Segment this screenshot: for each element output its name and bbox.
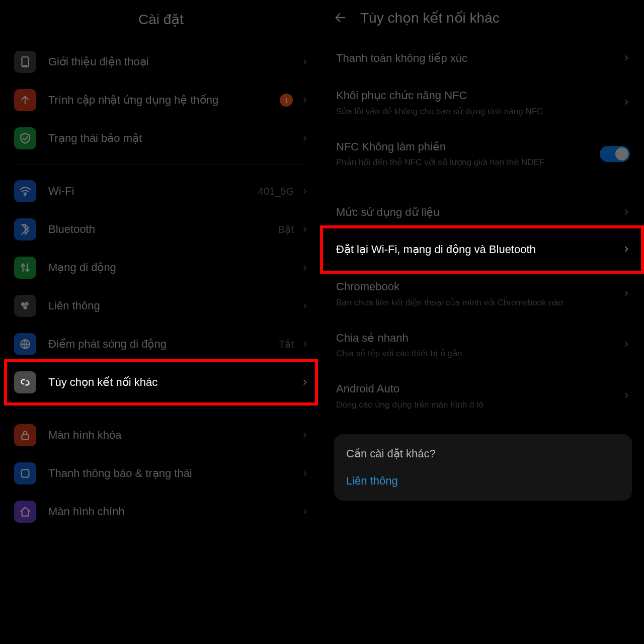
- arrow-up-icon: [14, 89, 36, 111]
- dots-icon: [14, 295, 36, 317]
- option-reset[interactable]: Đặt lại Wi-Fi, mạng di động và Bluetooth: [332, 231, 634, 269]
- svg-point-3: [22, 303, 24, 305]
- label: Mạng di động: [48, 260, 301, 275]
- chevron-right-icon: [623, 287, 630, 301]
- label: Giới thiệu điện thoại: [48, 54, 301, 69]
- title: Thanh toán không tiếp xúc: [336, 51, 615, 66]
- label: Màn hình khóa: [48, 428, 301, 443]
- settings-list: Giới thiệu điện thoạiTrình cập nhật ứng …: [10, 43, 312, 531]
- subtitle: Dùng các ứng dụng trên màn hình ô tô: [336, 399, 615, 411]
- chevron-right-icon: [301, 261, 309, 275]
- label: Trình cập nhật ứng dụng hệ thống: [48, 93, 280, 108]
- title: Chromebook: [336, 280, 615, 294]
- chevron-right-icon: [301, 337, 309, 351]
- svg-rect-7: [22, 435, 29, 440]
- chevron-right-icon: [623, 243, 630, 257]
- chevron-right-icon: [301, 131, 309, 145]
- chevron-right-icon: [301, 375, 309, 389]
- title: NFC Không làm phiền: [336, 140, 592, 154]
- chevron-right-icon: [301, 505, 309, 519]
- settings-pane: Cài đặt Giới thiệu điện thoạiTrình cập n…: [0, 0, 322, 644]
- setting-about[interactable]: Giới thiệu điện thoại: [10, 43, 312, 81]
- label: Tùy chọn kết nối khác: [48, 375, 301, 390]
- label: Màn hình chính: [48, 504, 301, 519]
- setting-updater[interactable]: Trình cập nhật ứng dụng hệ thống1: [10, 81, 312, 119]
- tip-link-interconnect[interactable]: Liên thông: [346, 474, 620, 488]
- chevron-right-icon: [623, 96, 630, 110]
- title: Khôi phục chức năng NFC: [336, 89, 615, 103]
- option-auto[interactable]: Android AutoDùng các ứng dụng trên màn h…: [332, 371, 634, 422]
- setting-wifi[interactable]: Wi-Fi401_5G: [10, 172, 312, 210]
- value: 401_5G: [258, 186, 294, 197]
- tip-card: Cần cài đặt khác? Liên thông: [334, 434, 632, 501]
- setting-mobile[interactable]: Mạng di động: [10, 249, 312, 287]
- wifi-icon: [14, 180, 36, 202]
- tip-question: Cần cài đặt khác?: [346, 447, 620, 460]
- title: Mức sử dụng dữ liệu: [336, 205, 615, 220]
- option-data-usage[interactable]: Mức sử dụng dữ liệu: [332, 194, 634, 231]
- title: Android Auto: [336, 382, 615, 396]
- setting-lockscreen[interactable]: Màn hình khóa: [10, 416, 312, 454]
- subtitle: Phản hồi đến thẻ NFC với số lượng giới h…: [336, 157, 592, 169]
- subtitle: Sửa lỗi vấn đề không cho bạn sử dụng tín…: [336, 106, 615, 118]
- chevron-right-icon: [301, 55, 309, 69]
- chevron-right-icon: [623, 52, 630, 66]
- other-connections-list: Thanh toán không tiếp xúcKhôi phục chức …: [332, 40, 634, 422]
- chevron-right-icon: [301, 222, 309, 236]
- data-icon: [14, 257, 36, 279]
- home-icon: [14, 501, 36, 523]
- option-nfc-restore[interactable]: Khôi phục chức năng NFCSửa lỗi vấn đề kh…: [332, 77, 634, 129]
- svg-point-5: [24, 306, 26, 309]
- badge: 1: [280, 94, 293, 107]
- divider: [14, 409, 308, 409]
- value: Bật: [278, 223, 294, 235]
- chevron-right-icon: [623, 338, 630, 352]
- setting-notif[interactable]: Thanh thông báo & trạng thái: [10, 454, 312, 493]
- label: Trạng thái bảo mật: [48, 131, 301, 146]
- setting-home[interactable]: Màn hình chính: [10, 493, 312, 531]
- setting-bluetooth[interactable]: BluetoothBật: [10, 210, 312, 249]
- setting-other-conn[interactable]: Tùy chọn kết nối khác: [10, 363, 312, 401]
- option-nfc-dnd[interactable]: NFC Không làm phiềnPhản hồi đến thẻ NFC …: [332, 129, 634, 180]
- divider: [336, 187, 630, 187]
- subtitle: Bạn chưa liên kết điện thoại của mình vớ…: [336, 297, 615, 309]
- chevron-right-icon: [623, 389, 630, 404]
- label: Bluetooth: [48, 222, 278, 237]
- square-icon: [14, 462, 36, 485]
- setting-hotspot[interactable]: Điểm phát sóng di độngTắt: [10, 325, 312, 363]
- page-title-left: Cài đặt: [10, 0, 312, 43]
- setting-security[interactable]: Trạng thái bảo mật: [10, 119, 312, 157]
- label: Wi-Fi: [48, 184, 258, 199]
- chevron-right-icon: [301, 299, 309, 313]
- chain-icon: [14, 371, 36, 393]
- label: Điểm phát sóng di động: [48, 337, 279, 352]
- chevron-right-icon: [301, 93, 309, 107]
- chevron-right-icon: [301, 428, 309, 442]
- other-connections-pane: Tùy chọn kết nối khác Thanh toán không t…: [322, 0, 644, 644]
- chevron-right-icon: [301, 184, 309, 198]
- svg-point-4: [26, 302, 28, 305]
- label: Liên thông: [48, 298, 301, 313]
- value: Tắt: [279, 338, 294, 350]
- subtitle: Chia sẻ tệp với các thiết bị ở gần: [336, 348, 615, 360]
- chevron-right-icon: [301, 466, 309, 480]
- title: Chia sẻ nhanh: [336, 331, 615, 346]
- chevron-right-icon: [623, 206, 630, 220]
- option-nearby[interactable]: Chia sẻ nhanhChia sẻ tệp với các thiết b…: [332, 320, 634, 371]
- setting-interconnect[interactable]: Liên thông: [10, 287, 312, 325]
- shield-icon: [14, 127, 36, 149]
- back-button[interactable]: [332, 9, 349, 26]
- link-icon: [14, 333, 36, 355]
- page-title-right: Tùy chọn kết nối khác: [360, 10, 500, 26]
- option-chromebook[interactable]: ChromebookBạn chưa liên kết điện thoại c…: [332, 269, 634, 320]
- toggle[interactable]: [600, 146, 630, 162]
- svg-point-2: [25, 195, 26, 196]
- lock-icon: [14, 424, 36, 446]
- divider: [14, 165, 308, 165]
- title: Đặt lại Wi-Fi, mạng di động và Bluetooth: [336, 243, 615, 257]
- phone-icon: [14, 51, 36, 73]
- svg-rect-8: [21, 469, 29, 477]
- label: Thanh thông báo & trạng thái: [48, 466, 301, 481]
- option-contactless[interactable]: Thanh toán không tiếp xúc: [332, 40, 634, 77]
- bluetooth-icon: [14, 218, 36, 240]
